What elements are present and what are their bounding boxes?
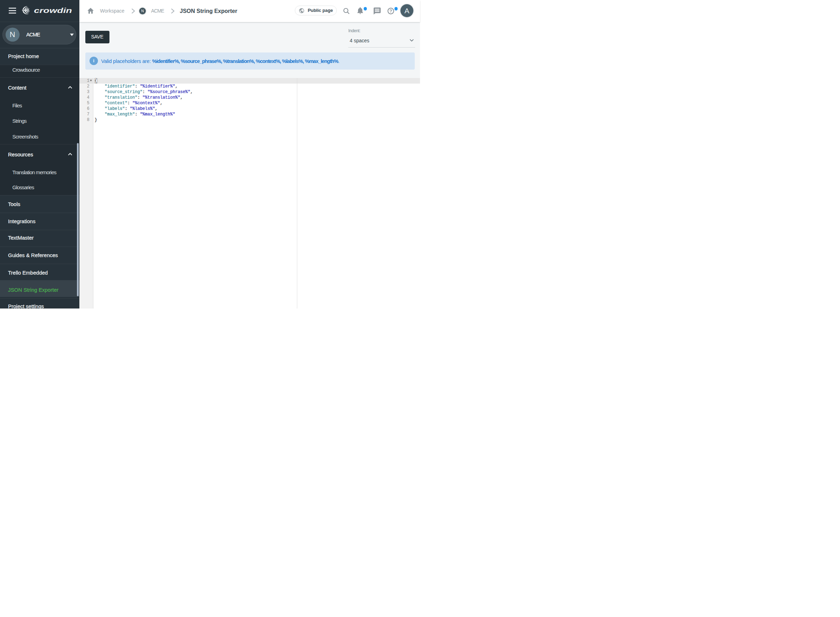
svg-text:?: ? — [390, 8, 392, 14]
